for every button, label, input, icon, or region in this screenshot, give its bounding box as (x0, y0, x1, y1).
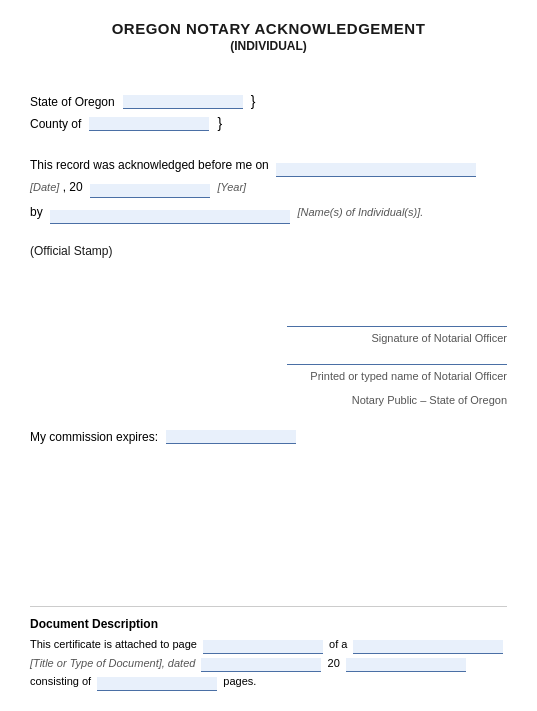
printed-name-line (287, 364, 507, 365)
doc-desc-text: This certificate is attached to page of … (30, 635, 507, 691)
notary-public-label: Notary Public – State of Oregon (30, 394, 507, 406)
page-subtitle: (INDIVIDUAL) (30, 39, 507, 53)
doc-page-field[interactable] (203, 640, 323, 654)
year-field[interactable] (90, 184, 210, 198)
doc-text-of: of a (329, 638, 347, 650)
signature-label: Signature of Notarial Officer (30, 332, 507, 344)
state-label: State of Oregon (30, 95, 115, 109)
doc-desc-title: Document Description (30, 617, 507, 631)
by-prefix: by (30, 205, 43, 219)
doc-text-pages: pages. (223, 675, 256, 687)
year-label: [Year] (217, 181, 246, 193)
doc-year-field[interactable] (346, 658, 466, 672)
document-description: Document Description This certificate is… (30, 606, 507, 691)
doc-title-label: [Title or Type of Document], dated (30, 657, 195, 669)
doc-pages-field[interactable] (97, 677, 217, 691)
date-label: [Date] (30, 181, 59, 193)
doc-text-consisting: consisting of (30, 675, 91, 687)
official-stamp: (Official Stamp) (30, 244, 507, 258)
date-field[interactable] (276, 163, 476, 177)
signature-block-2: Printed or typed name of Notarial Office… (30, 356, 507, 382)
county-section: County of } (30, 115, 507, 131)
names-label: [Name(s) of Individual(s)]. (297, 206, 423, 218)
state-bracket: } (251, 93, 256, 109)
signature-line (287, 326, 507, 327)
commission-field[interactable] (166, 430, 296, 444)
doc-text-20: 20 (328, 657, 340, 669)
county-bracket: } (217, 115, 222, 131)
commission-label: My commission expires: (30, 430, 158, 444)
state-field[interactable] (123, 95, 243, 109)
commission-section: My commission expires: (30, 430, 507, 444)
state-section: State of Oregon } (30, 93, 507, 109)
printed-name-label: Printed or typed name of Notarial Office… (30, 370, 507, 382)
page-title: OREGON NOTARY ACKNOWLEDGEMENT (30, 20, 507, 37)
county-field[interactable] (89, 117, 209, 131)
county-label: County of (30, 117, 81, 131)
acknowledged-prefix: This record was acknowledged before me o… (30, 158, 269, 172)
names-field[interactable] (50, 210, 290, 224)
acknowledged-section: This record was acknowledged before me o… (30, 155, 507, 224)
doc-dated-field[interactable] (201, 658, 321, 672)
doc-title-field[interactable] (353, 640, 503, 654)
doc-text-part1: This certificate is attached to page (30, 638, 197, 650)
signature-block-1: Signature of Notarial Officer (30, 318, 507, 344)
